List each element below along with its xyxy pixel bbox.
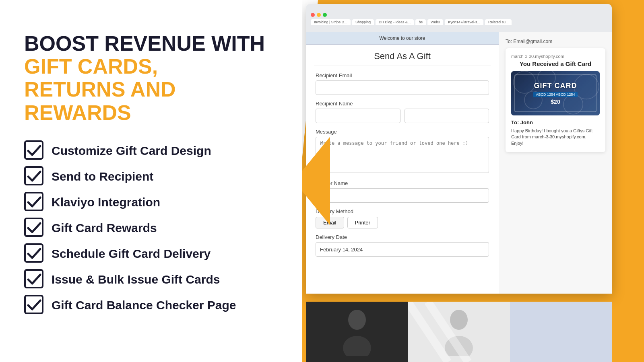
gift-card-form: Recipient Email Recipient Name Message [306, 66, 499, 269]
browser-close-dot[interactable] [311, 13, 315, 17]
feature-checklist: Customize Gift Card Design Send to Recip… [24, 140, 278, 316]
svg-line-17 [428, 302, 468, 362]
gift-card-inner: GIFT CARD ABCD 1254 ABCD 1254 $20 [514, 74, 597, 112]
feature-label: Gift Card Balance Checker Page [52, 298, 236, 312]
message-label: Message [316, 129, 489, 135]
email-preview-panel: To: Email@gmail.com march-3-30.myshopify… [499, 32, 612, 294]
browser-tab-bar: Invoicing | Stripe D... Shopping DH Blog… [311, 19, 607, 25]
sender-name-group: Sender Name [316, 180, 489, 203]
headline-dark1: BOOST REVENUE WITH [24, 32, 265, 55]
browser-tab[interactable]: Related su... [485, 19, 512, 25]
browser-content: Welcome to our store Send As A Gift Reci… [306, 32, 612, 294]
feature-label: Schedule Gift Card Delivery [52, 247, 211, 261]
delivery-method-label: Delivery Method [316, 208, 489, 214]
browser-tab[interactable]: Web3 [427, 19, 443, 25]
feature-label: Gift Card Rewards [52, 221, 157, 235]
gift-card-number: ABCD 1254 ABCD 1254 [533, 92, 577, 97]
gift-card-title: GIFT CARD [534, 82, 577, 90]
checkmark-icon [24, 166, 45, 187]
gift-card-image: GIFT CARD ABCD 1254 ABCD 1254 $20 [511, 71, 600, 115]
bottom-thumbnails [306, 302, 612, 362]
right-panel: Invoicing | Stripe D... Shopping DH Blog… [282, 0, 644, 362]
delivery-date-group: Delivery Date [316, 234, 489, 257]
email-to-address: To: Email@gmail.com [506, 39, 605, 44]
recipient-last-name-input[interactable] [405, 109, 489, 123]
recipient-name-row [316, 109, 489, 123]
browser-dots [311, 13, 607, 17]
email-message: Happy Birthday! I bought you a Giftys Gi… [511, 128, 600, 146]
sender-name-label: Sender Name [316, 180, 489, 186]
store-page-title: Send As A Gift [314, 45, 491, 66]
list-item: Customize Gift Card Design [24, 140, 278, 161]
delivery-method-buttons: Email Printer [316, 217, 489, 228]
recipient-first-name-input[interactable] [316, 109, 400, 123]
delivery-date-input[interactable] [316, 242, 489, 257]
recipient-email-group: Recipient Email [316, 72, 489, 95]
browser-minimize-dot[interactable] [317, 13, 321, 17]
checkmark-icon [24, 269, 45, 290]
list-item: Klaviyo Integration [24, 192, 278, 213]
checkmark-icon [24, 295, 45, 316]
browser-tab[interactable]: Invoicing | Stripe D... [311, 19, 351, 25]
delivery-printer-button[interactable]: Printer [347, 217, 378, 228]
checkmark-icon [24, 192, 45, 213]
recipient-email-label: Recipient Email [316, 72, 489, 78]
browser-tab[interactable]: bs [415, 19, 426, 25]
recipient-name-group: Recipient Name [316, 101, 489, 123]
browser-chrome: Invoicing | Stripe D... Shopping DH Blog… [306, 4, 612, 32]
gift-card-amount: $20 [551, 99, 560, 105]
list-item: Send to Recipient [24, 166, 278, 187]
message-group: Message [316, 129, 489, 175]
sender-name-input[interactable] [316, 188, 489, 203]
svg-point-13 [343, 336, 371, 356]
list-item: Schedule Gift Card Delivery [24, 243, 278, 264]
headline: BOOST REVENUE WITH GIFT CARDS, RETURNS A… [24, 32, 278, 124]
message-textarea[interactable] [316, 137, 489, 173]
store-topbar: Welcome to our store [306, 32, 499, 45]
left-panel: BOOST REVENUE WITH GIFT CARDS, RETURNS A… [0, 0, 302, 362]
thumbnail-1 [306, 302, 408, 362]
browser-window: Invoicing | Stripe D... Shopping DH Blog… [306, 4, 612, 294]
email-domain: march-3-30.myshopify.com [511, 54, 600, 59]
browser-tab[interactable]: Shopping [352, 19, 374, 25]
store-page: Welcome to our store Send As A Gift Reci… [306, 32, 499, 294]
feature-label: Klaviyo Integration [52, 195, 160, 209]
list-item: Gift Card Rewards [24, 218, 278, 239]
feature-label: Issue & Bulk Issue Gift Cards [52, 273, 220, 286]
recipient-email-input[interactable] [316, 80, 489, 95]
delivery-method-group: Delivery Method Email Printer [316, 208, 489, 228]
browser-tab[interactable]: DH Blog - Ideas &... [376, 19, 414, 25]
feature-label: Customize Gift Card Design [52, 144, 211, 158]
browser-tab[interactable]: Kyon147/laravel-s... [445, 19, 483, 25]
svg-point-12 [348, 310, 366, 330]
email-recipient: To: John [511, 119, 600, 125]
checkmark-icon [24, 218, 45, 239]
list-item: Issue & Bulk Issue Gift Cards [24, 269, 278, 290]
headline-orange1: GIFT CARDS, [24, 55, 158, 78]
checkmark-icon [24, 243, 45, 264]
delivery-date-label: Delivery Date [316, 234, 489, 240]
recipient-name-label: Recipient Name [316, 101, 489, 107]
email-card: march-3-30.myshopify.com You Received a … [506, 48, 605, 152]
browser-maximize-dot[interactable] [323, 13, 327, 17]
checkmark-icon [24, 140, 45, 161]
list-item: Gift Card Balance Checker Page [24, 295, 278, 316]
thumbnail-3 [510, 302, 612, 362]
email-heading: You Received a Gift Card [511, 60, 600, 67]
svg-line-16 [408, 302, 448, 362]
feature-label: Send to Recipient [52, 170, 153, 183]
headline-orange2: RETURNS AND REWARDS [24, 78, 176, 124]
